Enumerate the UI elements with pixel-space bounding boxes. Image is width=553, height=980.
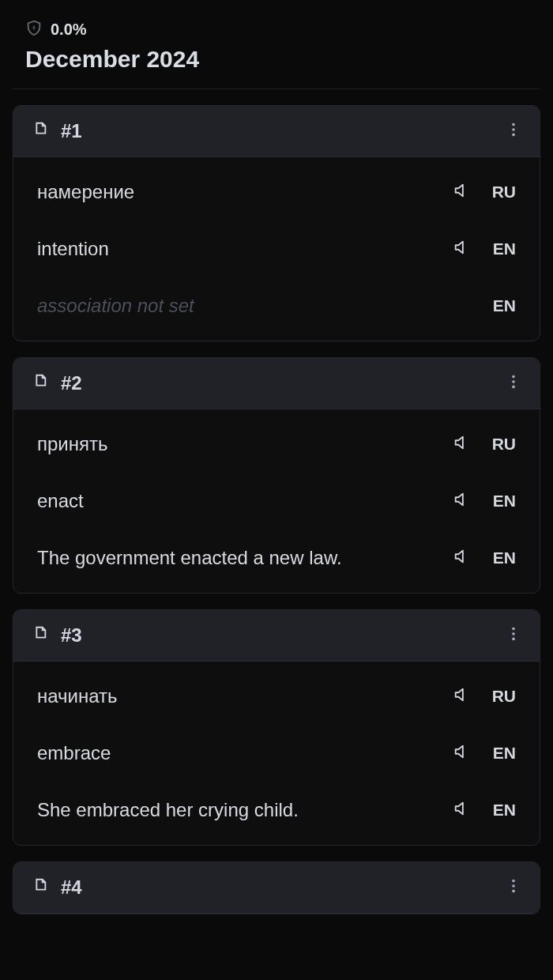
card-header-left: #3 — [31, 624, 82, 646]
speaker-icon[interactable] — [453, 239, 470, 259]
entry-row: начинатьRU — [13, 668, 540, 725]
entry-text: intention — [37, 238, 453, 260]
lang-label: RU — [491, 687, 516, 706]
entry-right: EN — [453, 800, 516, 820]
card-number: #1 — [61, 120, 82, 142]
speaker-icon[interactable] — [453, 686, 470, 707]
copy-icon[interactable] — [31, 121, 48, 141]
progress-value: 0.0% — [51, 21, 87, 39]
lang-label: EN — [491, 296, 516, 315]
svg-point-10 — [512, 884, 515, 888]
entry-text: The government enacted a new law. — [37, 547, 453, 569]
entry-row: The government enacted a new law.EN — [13, 530, 540, 586]
speaker-icon[interactable] — [453, 491, 470, 511]
entry-text: enact — [37, 490, 453, 512]
svg-point-0 — [512, 123, 515, 126]
card-header-left: #2 — [31, 372, 82, 394]
menu-dots-icon[interactable] — [505, 877, 522, 898]
card-header: #2 — [13, 358, 540, 409]
flashcard: #3начинатьRUembraceENShe embraced her cr… — [13, 609, 540, 846]
date-title: December 2024 — [25, 46, 528, 73]
card-number: #4 — [61, 876, 82, 899]
menu-dots-icon[interactable] — [505, 121, 522, 141]
card-header: #1 — [13, 106, 540, 157]
flashcard: #2принятьRUenactENThe government enacted… — [13, 357, 540, 594]
header: 0.0% December 2024 — [13, 13, 540, 89]
entry-placeholder: association not set — [37, 295, 491, 317]
entry-right: EN — [453, 743, 516, 763]
card-number: #3 — [61, 624, 82, 646]
speaker-icon[interactable] — [453, 743, 470, 763]
entry-text: принять — [37, 433, 453, 455]
speaker-icon[interactable] — [453, 182, 470, 202]
svg-point-9 — [512, 880, 515, 883]
divider — [13, 89, 540, 89]
entry-right: RU — [453, 686, 516, 707]
lang-label: EN — [491, 801, 516, 820]
card-header-left: #1 — [31, 120, 82, 142]
entry-row: enactEN — [13, 473, 540, 530]
entry-right: EN — [453, 491, 516, 511]
card-header-left: #4 — [31, 876, 82, 899]
svg-point-3 — [512, 375, 515, 379]
entry-right: RU — [453, 182, 516, 202]
card-body: начинатьRUembraceENShe embraced her cryi… — [13, 662, 540, 845]
lang-label: EN — [491, 744, 516, 763]
speaker-icon[interactable] — [453, 800, 470, 820]
entry-text: начинать — [37, 685, 453, 707]
lang-label: RU — [491, 435, 516, 454]
entry-row: She embraced her crying child.EN — [13, 782, 540, 839]
card-body: принятьRUenactENThe government enacted a… — [13, 409, 540, 593]
card-number: #2 — [61, 372, 82, 394]
menu-dots-icon[interactable] — [505, 373, 522, 394]
entry-text: намерение — [37, 181, 453, 203]
lang-label: EN — [491, 548, 516, 567]
svg-point-4 — [512, 380, 515, 383]
speaker-icon[interactable] — [453, 548, 470, 568]
entry-row: association not setEN — [13, 277, 540, 334]
flashcard: #4 — [13, 861, 540, 914]
svg-point-6 — [512, 628, 515, 631]
entry-row: принятьRU — [13, 416, 540, 473]
svg-point-2 — [512, 134, 515, 137]
lang-label: EN — [491, 492, 516, 511]
svg-point-1 — [512, 128, 515, 131]
entry-right: EN — [453, 548, 516, 568]
card-body: намерениеRUintentionENassociation not se… — [13, 157, 540, 341]
entry-row: намерениеRU — [13, 164, 540, 220]
speaker-icon[interactable] — [453, 434, 470, 454]
lang-label: EN — [491, 239, 516, 258]
copy-icon[interactable] — [31, 625, 48, 646]
entry-text: She embraced her crying child. — [37, 799, 453, 821]
entry-right: EN — [491, 296, 516, 315]
entry-right: RU — [453, 434, 516, 454]
copy-icon[interactable] — [31, 877, 48, 898]
entry-row: intentionEN — [13, 220, 540, 277]
entry-text: embrace — [37, 742, 453, 764]
svg-point-8 — [512, 638, 515, 641]
menu-dots-icon[interactable] — [505, 625, 522, 646]
lang-label: RU — [491, 183, 516, 202]
card-header: #3 — [13, 610, 540, 662]
card-header: #4 — [13, 862, 540, 914]
svg-point-11 — [512, 890, 515, 893]
svg-point-5 — [512, 386, 515, 389]
entry-row: embraceEN — [13, 725, 540, 782]
shield-icon — [25, 19, 43, 40]
entry-right: EN — [453, 239, 516, 259]
copy-icon[interactable] — [31, 373, 48, 394]
flashcard: #1намерениеRUintentionENassociation not … — [13, 105, 540, 341]
progress-row: 0.0% — [25, 19, 528, 40]
svg-point-7 — [512, 632, 515, 635]
